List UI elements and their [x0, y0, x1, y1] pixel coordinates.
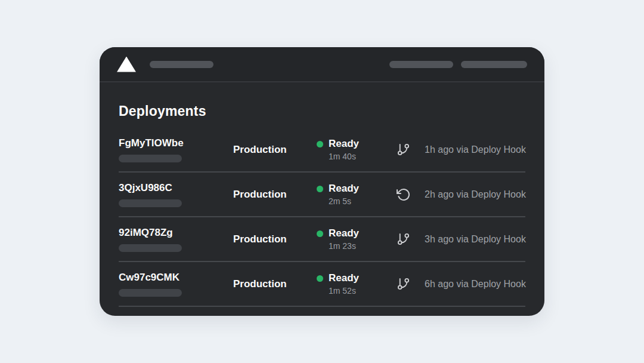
- deployment-id-cell: 92iMQ78Zg: [119, 227, 233, 252]
- deployment-status: Ready 1m 52s: [317, 272, 397, 296]
- deployment-meta: 3h ago via Deploy Hook: [425, 234, 526, 245]
- git-branch-icon: [397, 142, 425, 157]
- deployment-row[interactable]: 92iMQ78Zg Production Ready 1m 23s 3h: [119, 217, 525, 262]
- deployment-status: Ready 1m 23s: [317, 227, 397, 251]
- deployment-meta: 6h ago via Deploy Hook: [425, 279, 526, 290]
- deployment-row[interactable]: Cw97c9CMK Production Ready 1m 52s 6h: [119, 262, 525, 307]
- status-dot-icon: [317, 186, 323, 192]
- deployment-status: Ready 2m 5s: [317, 183, 397, 206]
- page-title: Deployments: [119, 103, 525, 119]
- deployment-target: Production: [233, 189, 317, 201]
- deployments-panel: Deployments FgMyTlOWbe Production Ready …: [100, 103, 544, 307]
- url-skeleton-placeholder: [119, 199, 182, 207]
- deployment-id-cell: Cw97c9CMK: [119, 272, 233, 297]
- deployment-meta: 2h ago via Deploy Hook: [425, 189, 526, 200]
- deployments-list: FgMyTlOWbe Production Ready 1m 40s 1: [119, 128, 525, 307]
- deployment-id: 92iMQ78Zg: [119, 227, 233, 239]
- status-label: Ready: [329, 227, 359, 239]
- url-skeleton-placeholder: [119, 244, 182, 252]
- deployment-row[interactable]: FgMyTlOWbe Production Ready 1m 40s 1: [119, 128, 525, 173]
- deployment-target: Production: [233, 233, 317, 245]
- deployment-id: 3QjxU986C: [119, 182, 233, 194]
- deployment-id: FgMyTlOWbe: [119, 137, 233, 149]
- deployment-row[interactable]: 3QjxU986C Production Ready 2m 5s 2h: [119, 173, 525, 217]
- deployment-id-cell: 3QjxU986C: [119, 182, 233, 207]
- rotate-ccw-icon: [397, 187, 425, 202]
- build-duration: 1m 23s: [329, 241, 359, 251]
- url-skeleton-placeholder: [119, 155, 182, 162]
- deployment-target: Production: [233, 278, 317, 290]
- header-placeholder-pill-1: [389, 61, 453, 68]
- status-label: Ready: [329, 138, 359, 150]
- deployment-id-cell: FgMyTlOWbe: [119, 137, 233, 162]
- build-duration: 1m 40s: [329, 152, 359, 161]
- status-label: Ready: [329, 272, 359, 284]
- status-label: Ready: [329, 183, 359, 195]
- deployment-meta: 1h ago via Deploy Hook: [425, 144, 526, 155]
- git-branch-icon: [397, 232, 425, 247]
- deployment-id: Cw97c9CMK: [119, 272, 233, 284]
- header-placeholder-pill-2: [461, 61, 527, 68]
- build-duration: 2m 5s: [329, 196, 359, 206]
- deployment-status: Ready 1m 40s: [317, 138, 397, 161]
- deployments-card: Deployments FgMyTlOWbe Production Ready …: [100, 47, 544, 316]
- url-skeleton-placeholder: [119, 289, 182, 297]
- status-dot-icon: [317, 141, 323, 147]
- vercel-logo-icon: [117, 57, 136, 72]
- git-branch-icon: [397, 276, 425, 291]
- status-dot-icon: [317, 275, 323, 282]
- build-duration: 1m 52s: [329, 286, 359, 296]
- deployment-target: Production: [233, 144, 317, 156]
- status-dot-icon: [317, 230, 323, 237]
- nav-placeholder-pill: [150, 61, 213, 68]
- app-header: [100, 47, 544, 82]
